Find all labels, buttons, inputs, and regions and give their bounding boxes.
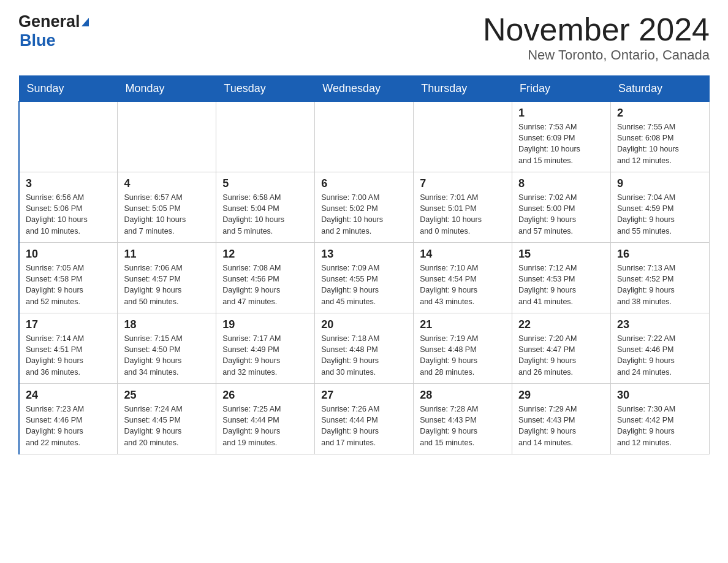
day-number: 19 bbox=[222, 318, 308, 331]
col-header-saturday: Saturday bbox=[611, 76, 710, 102]
col-header-monday: Monday bbox=[118, 76, 216, 102]
day-number: 29 bbox=[518, 389, 604, 402]
calendar-cell: 23Sunrise: 7:22 AM Sunset: 4:46 PM Dayli… bbox=[611, 313, 710, 384]
calendar-cell: 25Sunrise: 7:24 AM Sunset: 4:45 PM Dayli… bbox=[118, 384, 216, 454]
day-number: 14 bbox=[420, 248, 506, 261]
day-info: Sunrise: 7:12 AM Sunset: 4:53 PM Dayligh… bbox=[518, 262, 604, 307]
calendar-cell: 18Sunrise: 7:15 AM Sunset: 4:50 PM Dayli… bbox=[118, 313, 216, 384]
day-info: Sunrise: 7:19 AM Sunset: 4:48 PM Dayligh… bbox=[420, 333, 506, 378]
day-number: 11 bbox=[124, 248, 210, 261]
day-number: 6 bbox=[321, 177, 407, 190]
day-number: 24 bbox=[26, 389, 111, 402]
day-number: 30 bbox=[617, 389, 703, 402]
calendar-subtitle: New Toronto, Ontario, Canada bbox=[483, 47, 710, 63]
day-number: 21 bbox=[420, 318, 506, 331]
calendar-cell bbox=[118, 102, 216, 172]
calendar-cell bbox=[216, 102, 315, 172]
day-info: Sunrise: 7:14 AM Sunset: 4:51 PM Dayligh… bbox=[26, 333, 111, 378]
logo-triangle-icon bbox=[82, 18, 89, 26]
week-row-2: 3Sunrise: 6:56 AM Sunset: 5:06 PM Daylig… bbox=[19, 172, 710, 243]
calendar-cell: 9Sunrise: 7:04 AM Sunset: 4:59 PM Daylig… bbox=[611, 172, 710, 243]
calendar-cell: 19Sunrise: 7:17 AM Sunset: 4:49 PM Dayli… bbox=[216, 313, 315, 384]
calendar-cell bbox=[315, 102, 414, 172]
col-header-friday: Friday bbox=[512, 76, 611, 102]
calendar-cell: 8Sunrise: 7:02 AM Sunset: 5:00 PM Daylig… bbox=[512, 172, 611, 243]
day-number: 16 bbox=[617, 248, 703, 261]
day-number: 7 bbox=[420, 177, 506, 190]
day-info: Sunrise: 7:25 AM Sunset: 4:44 PM Dayligh… bbox=[222, 404, 308, 448]
day-info: Sunrise: 7:18 AM Sunset: 4:48 PM Dayligh… bbox=[321, 333, 407, 378]
calendar-cell: 29Sunrise: 7:29 AM Sunset: 4:43 PM Dayli… bbox=[512, 384, 611, 454]
day-number: 3 bbox=[26, 177, 111, 190]
logo: General Blue bbox=[18, 12, 89, 50]
week-row-5: 24Sunrise: 7:23 AM Sunset: 4:46 PM Dayli… bbox=[19, 384, 710, 454]
calendar-cell: 5Sunrise: 6:58 AM Sunset: 5:04 PM Daylig… bbox=[216, 172, 315, 243]
title-block: November 2024 New Toronto, Ontario, Cana… bbox=[483, 12, 710, 63]
calendar-cell: 7Sunrise: 7:01 AM Sunset: 5:01 PM Daylig… bbox=[414, 172, 512, 243]
logo-line2: Blue bbox=[18, 31, 89, 50]
calendar-cell: 13Sunrise: 7:09 AM Sunset: 4:55 PM Dayli… bbox=[315, 243, 414, 313]
col-header-thursday: Thursday bbox=[414, 76, 512, 102]
day-number: 8 bbox=[518, 177, 604, 190]
day-info: Sunrise: 7:30 AM Sunset: 4:42 PM Dayligh… bbox=[617, 404, 703, 448]
day-info: Sunrise: 7:28 AM Sunset: 4:43 PM Dayligh… bbox=[420, 404, 506, 448]
day-number: 18 bbox=[124, 318, 210, 331]
day-number: 20 bbox=[321, 318, 407, 331]
day-info: Sunrise: 7:02 AM Sunset: 5:00 PM Dayligh… bbox=[518, 192, 604, 237]
calendar-cell: 30Sunrise: 7:30 AM Sunset: 4:42 PM Dayli… bbox=[611, 384, 710, 454]
calendar-cell bbox=[414, 102, 512, 172]
day-info: Sunrise: 7:04 AM Sunset: 4:59 PM Dayligh… bbox=[617, 192, 703, 237]
day-info: Sunrise: 7:08 AM Sunset: 4:56 PM Dayligh… bbox=[222, 262, 308, 307]
calendar-cell: 17Sunrise: 7:14 AM Sunset: 4:51 PM Dayli… bbox=[19, 313, 118, 384]
col-header-tuesday: Tuesday bbox=[216, 76, 315, 102]
day-number: 5 bbox=[222, 177, 308, 190]
day-info: Sunrise: 7:23 AM Sunset: 4:46 PM Dayligh… bbox=[26, 404, 111, 448]
day-info: Sunrise: 7:24 AM Sunset: 4:45 PM Dayligh… bbox=[124, 404, 210, 448]
calendar-cell: 24Sunrise: 7:23 AM Sunset: 4:46 PM Dayli… bbox=[19, 384, 118, 454]
col-header-sunday: Sunday bbox=[19, 76, 118, 102]
day-info: Sunrise: 7:10 AM Sunset: 4:54 PM Dayligh… bbox=[420, 262, 506, 307]
calendar-cell: 3Sunrise: 6:56 AM Sunset: 5:06 PM Daylig… bbox=[19, 172, 118, 243]
day-info: Sunrise: 7:22 AM Sunset: 4:46 PM Dayligh… bbox=[617, 333, 703, 378]
logo-general-text: General bbox=[18, 12, 80, 31]
day-info: Sunrise: 7:26 AM Sunset: 4:44 PM Dayligh… bbox=[321, 404, 407, 448]
calendar-cell: 11Sunrise: 7:06 AM Sunset: 4:57 PM Dayli… bbox=[118, 243, 216, 313]
calendar-cell: 2Sunrise: 7:55 AM Sunset: 6:08 PM Daylig… bbox=[611, 102, 710, 172]
calendar-cell: 20Sunrise: 7:18 AM Sunset: 4:48 PM Dayli… bbox=[315, 313, 414, 384]
day-info: Sunrise: 6:56 AM Sunset: 5:06 PM Dayligh… bbox=[26, 192, 111, 237]
calendar-cell: 21Sunrise: 7:19 AM Sunset: 4:48 PM Dayli… bbox=[414, 313, 512, 384]
day-number: 1 bbox=[518, 107, 604, 120]
calendar-cell: 26Sunrise: 7:25 AM Sunset: 4:44 PM Dayli… bbox=[216, 384, 315, 454]
day-info: Sunrise: 7:13 AM Sunset: 4:52 PM Dayligh… bbox=[617, 262, 703, 307]
day-info: Sunrise: 7:01 AM Sunset: 5:01 PM Dayligh… bbox=[420, 192, 506, 237]
day-number: 4 bbox=[124, 177, 210, 190]
day-number: 10 bbox=[26, 248, 111, 261]
day-info: Sunrise: 7:20 AM Sunset: 4:47 PM Dayligh… bbox=[518, 333, 604, 378]
day-number: 17 bbox=[26, 318, 111, 331]
day-number: 25 bbox=[124, 389, 210, 402]
calendar-cell: 22Sunrise: 7:20 AM Sunset: 4:47 PM Dayli… bbox=[512, 313, 611, 384]
day-info: Sunrise: 7:55 AM Sunset: 6:08 PM Dayligh… bbox=[617, 121, 703, 166]
week-row-3: 10Sunrise: 7:05 AM Sunset: 4:58 PM Dayli… bbox=[19, 243, 710, 313]
calendar-cell: 14Sunrise: 7:10 AM Sunset: 4:54 PM Dayli… bbox=[414, 243, 512, 313]
day-info: Sunrise: 6:58 AM Sunset: 5:04 PM Dayligh… bbox=[222, 192, 308, 237]
day-number: 27 bbox=[321, 389, 407, 402]
calendar-cell: 1Sunrise: 7:53 AM Sunset: 6:09 PM Daylig… bbox=[512, 102, 611, 172]
calendar-header-row: SundayMondayTuesdayWednesdayThursdayFrid… bbox=[19, 76, 710, 102]
day-number: 22 bbox=[518, 318, 604, 331]
calendar-cell: 12Sunrise: 7:08 AM Sunset: 4:56 PM Dayli… bbox=[216, 243, 315, 313]
day-number: 15 bbox=[518, 248, 604, 261]
calendar-cell: 27Sunrise: 7:26 AM Sunset: 4:44 PM Dayli… bbox=[315, 384, 414, 454]
calendar-cell: 15Sunrise: 7:12 AM Sunset: 4:53 PM Dayli… bbox=[512, 243, 611, 313]
day-number: 26 bbox=[222, 389, 308, 402]
calendar-cell: 10Sunrise: 7:05 AM Sunset: 4:58 PM Dayli… bbox=[19, 243, 118, 313]
calendar-cell: 28Sunrise: 7:28 AM Sunset: 4:43 PM Dayli… bbox=[414, 384, 512, 454]
day-info: Sunrise: 7:15 AM Sunset: 4:50 PM Dayligh… bbox=[124, 333, 210, 378]
calendar-cell: 6Sunrise: 7:00 AM Sunset: 5:02 PM Daylig… bbox=[315, 172, 414, 243]
week-row-1: 1Sunrise: 7:53 AM Sunset: 6:09 PM Daylig… bbox=[19, 102, 710, 172]
day-info: Sunrise: 7:09 AM Sunset: 4:55 PM Dayligh… bbox=[321, 262, 407, 307]
calendar-table: SundayMondayTuesdayWednesdayThursdayFrid… bbox=[18, 75, 710, 454]
day-number: 2 bbox=[617, 107, 703, 120]
day-number: 23 bbox=[617, 318, 703, 331]
logo-line1: General bbox=[18, 12, 89, 31]
